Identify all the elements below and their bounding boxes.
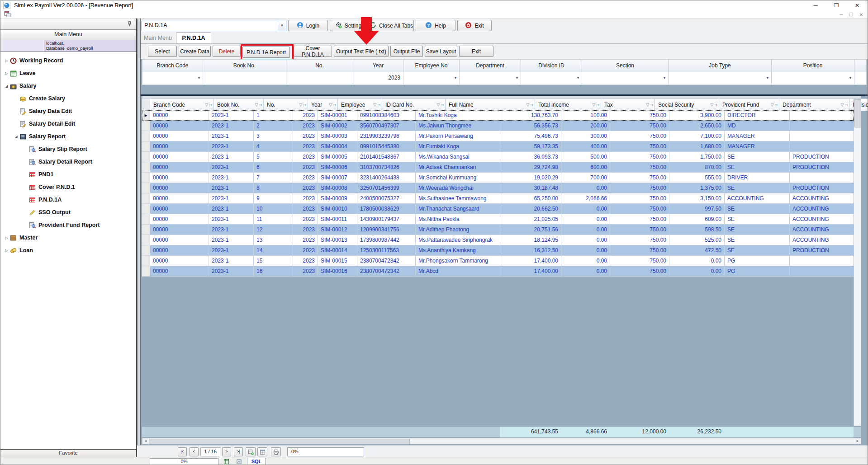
expand-icon[interactable]: ▷	[3, 59, 10, 63]
filter-icon[interactable]: ▽	[299, 103, 303, 107]
table-row[interactable]: 000002023-162023SIM-000063103700734826Mr…	[142, 162, 854, 173]
table-row[interactable]: 000002023-1162023SIM-000162380700472342M…	[142, 266, 854, 277]
sidebar-item-create-salary[interactable]: Create Salary	[0, 92, 136, 105]
sidebar-item-salary-slip-report[interactable]: Salary Slip Report	[0, 143, 136, 155]
filter-icon[interactable]: ▽	[205, 103, 209, 107]
pin-icon[interactable]: ⊐	[650, 103, 653, 107]
chevron-down-icon[interactable]: ▾	[764, 72, 771, 85]
column-header-branch-code[interactable]: Branch Code▽⊐	[150, 99, 214, 111]
filter-icon[interactable]: ▽	[646, 103, 650, 107]
pin-icon[interactable]	[127, 21, 133, 27]
column-header-id-card-no[interactable]: ID Card No.▽⊐	[382, 99, 446, 111]
chevron-down-icon[interactable]: ▼	[278, 21, 286, 31]
sidebar-item-cover-p-n-d-1[interactable]: Cover P.N.D.1	[0, 181, 136, 193]
pin-icon[interactable]: ⊐	[332, 103, 336, 107]
scroll-left-icon[interactable]: ◄	[142, 439, 149, 443]
filter-input-no[interactable]	[286, 72, 353, 85]
maximize-button[interactable]: ❐	[826, 0, 846, 10]
filter-input-department[interactable]: ▾	[460, 72, 521, 85]
favorite-section-button[interactable]: Favorite	[0, 449, 136, 457]
column-header-book-no[interactable]: Book No.▽⊐	[214, 99, 264, 111]
filter-icon[interactable]: ▽	[526, 103, 530, 107]
chevron-down-icon[interactable]: ▾	[847, 72, 854, 85]
column-header-social-security[interactable]: Social Security▽⊐	[655, 99, 719, 111]
filter-input-blank[interactable]	[854, 72, 867, 85]
pin-icon[interactable]: ⊐	[258, 103, 262, 107]
add-record-button[interactable]	[246, 447, 256, 456]
chevron-down-icon[interactable]: ▾	[574, 72, 582, 85]
sidebar-item-working-record[interactable]: ▷Working Record	[0, 54, 136, 67]
first-page-button[interactable]: |<	[178, 447, 187, 456]
cover-pnd1a-button[interactable]: Cover P.N.D.1A	[294, 46, 332, 57]
filter-icon[interactable]: ▽	[374, 103, 377, 107]
filter-input-book-no[interactable]	[203, 72, 286, 85]
horizontal-scrollbar[interactable]: ◄ ►	[142, 438, 861, 444]
filter-icon[interactable]: ▽	[329, 103, 332, 107]
mdi-close-icon[interactable]: ✕	[857, 11, 865, 18]
table-row[interactable]: ▶000002023-112023SIM-000010991008384603M…	[142, 110, 854, 121]
login-button[interactable]: Login	[288, 20, 328, 31]
filter-icon[interactable]: ▽	[437, 103, 440, 107]
filter-icon[interactable]: ▽	[841, 103, 844, 107]
column-header-tax[interactable]: Tax▽⊐	[601, 99, 655, 111]
expand-icon[interactable]: ▷	[3, 249, 10, 253]
table-row[interactable]: 000002023-1132023SIM-000131739800987442M…	[142, 235, 854, 245]
column-header-no[interactable]: No.▽⊐	[264, 99, 308, 111]
expand-icon[interactable]: ▷	[3, 236, 10, 240]
close-button[interactable]: ✕	[847, 0, 867, 10]
exit-button[interactable]: Exit	[457, 20, 492, 31]
log-button[interactable]	[234, 458, 244, 465]
sidebar-item-master[interactable]: ▷Master	[0, 231, 136, 244]
sidebar-item-salary-report[interactable]: ◢Salary Report	[0, 130, 136, 143]
grid-exit-button[interactable]: Exit	[459, 46, 493, 57]
filter-icon[interactable]: ▽	[771, 103, 774, 107]
pager-zoom-input[interactable]: 0%	[287, 447, 364, 456]
expand-icon[interactable]: ▷	[3, 71, 10, 75]
select-button[interactable]: Select	[148, 46, 177, 57]
filter-icon[interactable]: ▽	[255, 103, 258, 107]
tab-main-menu[interactable]: Main Menu	[141, 33, 175, 43]
table-row[interactable]: 000002023-182023SIM-000083250701456399Mr…	[142, 183, 854, 193]
chevron-down-icon[interactable]: ▾	[452, 72, 459, 85]
column-header-total-income[interactable]: Total Income▽⊐	[535, 99, 601, 111]
sidebar-item-salary-data-edit[interactable]: Salary Data Edit	[0, 105, 136, 117]
output-file-button[interactable]: Output File	[390, 46, 423, 57]
pin-icon[interactable]: ⊐	[303, 103, 306, 107]
table-row[interactable]: 000002023-192023SIM-000092400500075327Ms…	[142, 193, 854, 204]
print-button[interactable]	[271, 447, 281, 456]
collapse-icon[interactable]: ◢	[3, 84, 10, 88]
delete-button[interactable]: Delete	[213, 46, 241, 57]
sidebar-item-sso-output[interactable]: SSO Output	[0, 206, 136, 219]
pnd1a-report-button[interactable]: P.N.D.1A Report	[242, 47, 290, 58]
filter-icon[interactable]: ▽	[711, 103, 714, 107]
collapse-icon[interactable]: ◢	[13, 135, 19, 139]
column-header-department[interactable]: Department▽⊐	[779, 99, 849, 111]
save-layout-button[interactable]: Save Layout	[425, 46, 457, 57]
filter-input-employee-no[interactable]: ▾	[403, 72, 460, 85]
filter-input-division-id[interactable]: ▾	[521, 72, 582, 85]
pin-icon[interactable]: ⊐	[209, 103, 212, 107]
table-row[interactable]: 000002023-122023SIM-000023560700497307Ms…	[142, 121, 854, 131]
table-row[interactable]: 000002023-132023SIM-000032319903239796Mr…	[142, 131, 854, 141]
column-header-employee[interactable]: Employee▽⊐	[338, 99, 382, 111]
table-row[interactable]: 000002023-1122023SIM-000121209900341756M…	[142, 225, 854, 235]
sidebar-item-salary-detail-edit[interactable]: Salary Detail Edit	[0, 117, 136, 130]
sidebar-item-p-n-d-1a[interactable]: P.N.D.1A	[0, 193, 136, 206]
horizontal-scrollbar-thumb[interactable]	[149, 439, 410, 444]
sidebar-item-leave[interactable]: ▷Leave	[0, 67, 136, 80]
table-row[interactable]: 000002023-1102023SIM-000101780500038629M…	[142, 204, 854, 214]
filter-input-job-type[interactable]: ▾	[669, 72, 772, 85]
pin-icon[interactable]: ⊐	[774, 103, 778, 107]
sql-button[interactable]: SQL	[247, 458, 266, 465]
export-button[interactable]	[221, 458, 231, 465]
edit-record-button[interactable]	[257, 447, 267, 456]
sidebar-item-salary[interactable]: ◢Salary	[0, 80, 136, 92]
column-header-full-name[interactable]: Full Name▽⊐	[446, 99, 535, 111]
prev-page-button[interactable]: <	[190, 447, 199, 456]
table-row[interactable]: 000002023-142023SIM-000040991015445380Mr…	[142, 141, 854, 152]
chevron-down-icon[interactable]: ▾	[661, 72, 668, 85]
pin-icon[interactable]: ⊐	[596, 103, 599, 107]
table-row[interactable]: 000002023-1112023SIM-000111430900179437M…	[142, 214, 854, 225]
report-selector-combo[interactable]: P.N.D.1A ▼	[142, 21, 286, 31]
chevron-down-icon[interactable]: ▾	[195, 72, 203, 85]
